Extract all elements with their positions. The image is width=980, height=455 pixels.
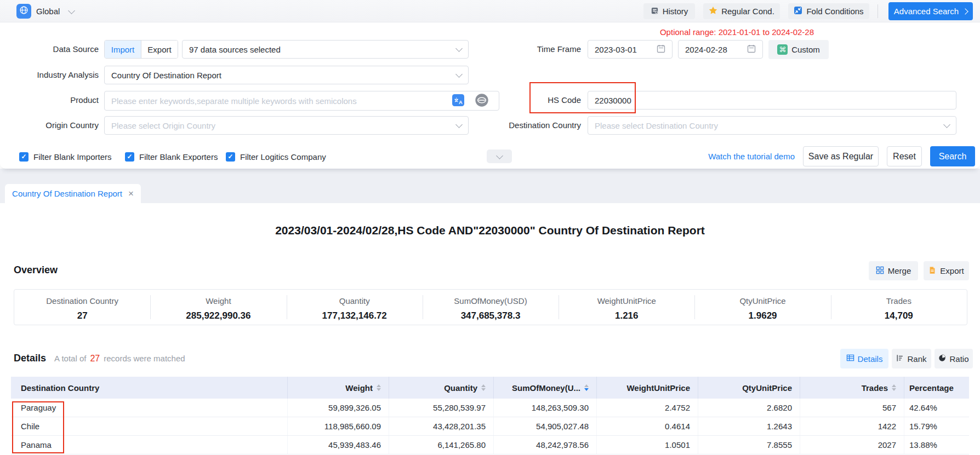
- tab-strip: [0, 169, 980, 203]
- table-row-paraguay[interactable]: Paraguay 59,899,326.05 55,280,539.97 148…: [11, 399, 969, 417]
- product-field-wrap: A: [104, 91, 469, 110]
- product-input[interactable]: [104, 91, 499, 111]
- view-rank-button[interactable]: Rank: [892, 349, 931, 368]
- data-source-toggle: Import Export: [104, 40, 178, 59]
- stat-label: Trades: [831, 296, 967, 306]
- stat-value: 1.216: [559, 310, 694, 321]
- sort-icon[interactable]: [892, 384, 896, 391]
- custom-range-button[interactable]: Custom: [768, 40, 829, 59]
- overview-heading: Overview: [14, 264, 58, 276]
- view-details-button[interactable]: Details: [840, 349, 888, 368]
- chevron-down-icon[interactable]: [68, 7, 75, 14]
- cell-weight-unit-price: 0.4614: [597, 417, 698, 435]
- cell-country[interactable]: Paraguay: [11, 399, 288, 417]
- industry-analysis-value: Country Of Destination Report: [111, 71, 457, 80]
- merge-icon: [876, 266, 884, 276]
- destination-country-select[interactable]: Please select Destination Country: [588, 116, 956, 135]
- global-region-chip[interactable]: [16, 4, 31, 19]
- col-sum-of-money[interactable]: SumOfMoney(U...: [494, 377, 597, 399]
- col-trades[interactable]: Trades: [800, 377, 904, 399]
- sort-desc-active-icon[interactable]: [584, 384, 589, 391]
- stat-label: Destination Country: [14, 296, 150, 306]
- column-label: Weight: [345, 383, 373, 393]
- fold-conditions-button[interactable]: Fold Conditions: [788, 3, 869, 19]
- tab-country-of-destination-report[interactable]: Country Of Destination Report: [5, 184, 141, 203]
- advanced-search-button[interactable]: Advanced Search: [888, 2, 973, 20]
- chevron-down-icon: [455, 71, 463, 78]
- sort-icon[interactable]: [481, 384, 486, 391]
- region-selector-label[interactable]: Global: [36, 0, 60, 22]
- view-ratio-label: Ratio: [949, 354, 968, 364]
- cell-percentage: 13.88%: [904, 436, 969, 454]
- stat-weight: Weight 285,922,990.36: [150, 290, 286, 325]
- sort-icon[interactable]: [377, 384, 381, 391]
- end-date-field[interactable]: 2024-02-28: [678, 40, 763, 59]
- cell-trades: 1422: [800, 417, 904, 435]
- checkbox-checked-icon: [226, 152, 235, 162]
- save-as-regular-button[interactable]: Save as Regular: [803, 146, 879, 166]
- total-suffix: records were matched: [104, 354, 185, 363]
- hs-code-label: HS Code: [482, 91, 581, 110]
- table-row-chile[interactable]: Chile 118,985,660.09 43,428,201.35 54,90…: [11, 417, 969, 436]
- cell-quantity: 43,428,201.35: [389, 417, 494, 435]
- tutorial-link[interactable]: Watch the tutorial demo: [696, 152, 795, 161]
- checkbox-checked-icon: [125, 152, 134, 162]
- merge-label: Merge: [888, 266, 911, 275]
- table-row-panama[interactable]: Panama 45,939,483.46 6,141,265.80 48,242…: [11, 436, 969, 454]
- table-body: Paraguay 59,899,326.05 55,280,539.97 148…: [11, 399, 969, 454]
- cell-weight: 59,899,326.05: [288, 399, 389, 417]
- hs-code-input[interactable]: [588, 91, 956, 110]
- cell-quantity: 55,280,539.97: [389, 399, 494, 417]
- filter-blank-importers-checkbox[interactable]: Filter Blank Importers: [19, 147, 112, 166]
- history-button[interactable]: History: [643, 3, 695, 19]
- view-details-label: Details: [858, 354, 883, 364]
- collapse-form-button[interactable]: [487, 149, 512, 163]
- cell-country[interactable]: Panama: [11, 436, 288, 454]
- column-label: Percentage: [909, 383, 954, 393]
- industry-analysis-select[interactable]: Country Of Destination Report: [104, 66, 469, 84]
- cell-quantity: 6,141,265.80: [389, 436, 494, 454]
- cell-trades: 2027: [800, 436, 904, 454]
- calendar-icon: [657, 44, 665, 55]
- total-count: 27: [90, 354, 100, 364]
- filter-blank-exporters-checkbox[interactable]: Filter Blank Exporters: [125, 147, 218, 166]
- export-toggle[interactable]: Export: [141, 41, 178, 58]
- stat-value: 285,922,990.36: [150, 310, 286, 321]
- col-destination-country[interactable]: Destination Country: [11, 377, 288, 399]
- cell-sum-of-money: 148,263,509.30: [494, 399, 597, 417]
- custom-command-icon: [777, 44, 788, 55]
- regular-cond-button[interactable]: Regular Cond.: [703, 3, 780, 19]
- time-frame-label: Time Frame: [482, 40, 581, 59]
- col-percentage[interactable]: Percentage: [904, 377, 969, 399]
- stat-quantity: Quantity 177,132,146.72: [287, 290, 423, 325]
- translate-icon[interactable]: A: [452, 94, 464, 108]
- cell-weight-unit-price: 2.4752: [597, 399, 698, 417]
- close-icon[interactable]: [128, 189, 134, 198]
- regular-cond-label: Regular Cond.: [721, 7, 774, 16]
- globe-icon: [19, 5, 29, 17]
- data-sources-select[interactable]: 97 data sources selected: [182, 40, 469, 59]
- chevron-down-icon: [455, 121, 463, 128]
- origin-country-select[interactable]: Please select Origin Country: [104, 116, 469, 135]
- export-label: Export: [940, 266, 964, 275]
- chevron-right-icon: [962, 8, 968, 14]
- checkbox-checked-icon: [19, 152, 29, 162]
- filter-logitics-company-checkbox[interactable]: Filter Logitics Company: [226, 147, 326, 166]
- export-file-icon: [928, 266, 936, 276]
- start-date-field[interactable]: 2023-03-01: [588, 40, 673, 59]
- import-toggle[interactable]: Import: [105, 41, 141, 58]
- stat-value: 1.9629: [694, 310, 830, 321]
- search-button[interactable]: Search: [930, 146, 975, 166]
- stat-value: 14,709: [831, 310, 967, 321]
- destination-country-placeholder: Please select Destination Country: [595, 121, 944, 130]
- reset-button[interactable]: Reset: [887, 146, 922, 166]
- view-ratio-button[interactable]: Ratio: [935, 349, 973, 368]
- col-qty-unit-price[interactable]: QtyUnitPrice: [698, 377, 800, 399]
- col-quantity[interactable]: Quantity: [389, 377, 494, 399]
- col-weight[interactable]: Weight: [288, 377, 389, 399]
- col-weight-unit-price[interactable]: WeightUnitPrice: [597, 377, 698, 399]
- export-button[interactable]: Export: [924, 261, 969, 280]
- merge-button[interactable]: Merge: [869, 261, 918, 280]
- custom-label: Custom: [791, 45, 820, 54]
- cell-country[interactable]: Chile: [11, 417, 288, 435]
